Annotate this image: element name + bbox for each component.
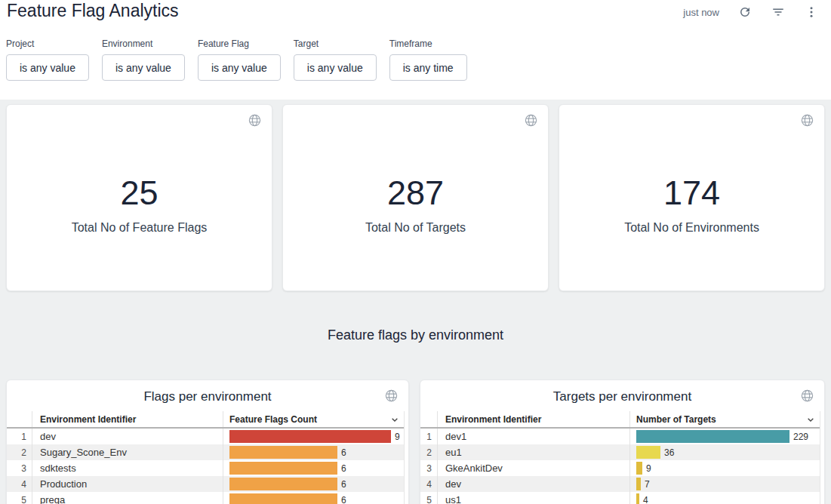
filter-environment: Environment is any value bbox=[102, 38, 185, 81]
column-header-measure-label: Number of Targets bbox=[636, 414, 716, 425]
filter-label: Timeframe bbox=[389, 38, 467, 49]
dashboard-area: 25 Total No of Feature Flags 287 Total N… bbox=[0, 100, 831, 504]
environment-identifier-cell: dev bbox=[437, 476, 629, 492]
flags-per-environment-card: Flags per environment Environment Identi… bbox=[6, 380, 409, 504]
bar-cell: 6 bbox=[223, 444, 404, 460]
value-bar bbox=[229, 446, 337, 459]
filter-target-button[interactable]: is any value bbox=[294, 54, 377, 81]
chevron-down-icon[interactable] bbox=[805, 413, 817, 426]
stat-card-environments: 174 Total No of Environments bbox=[559, 104, 825, 291]
table-body: 1dev12292eu1363GkeAnkitDev94dev75us14 bbox=[420, 429, 820, 504]
stat-value: 25 bbox=[120, 174, 158, 212]
column-header-measure: Feature Flags Count bbox=[223, 411, 404, 427]
table-row[interactable]: 1dev9 bbox=[7, 429, 404, 444]
environment-identifier-cell: Production bbox=[32, 476, 223, 492]
row-number: 2 bbox=[420, 444, 437, 460]
environment-identifier-cell: dev bbox=[32, 429, 223, 444]
filter-target: Target is any value bbox=[294, 38, 377, 81]
table-row[interactable]: 5prega6 bbox=[7, 492, 404, 504]
row-number: 2 bbox=[7, 444, 32, 460]
filter-feature-flag-button[interactable]: is any value bbox=[198, 54, 281, 81]
value-bar bbox=[229, 478, 337, 490]
value-bar bbox=[229, 462, 337, 475]
value-bar bbox=[636, 446, 660, 459]
page-title: Feature Flag Analytics bbox=[7, 1, 179, 21]
row-number-header bbox=[420, 411, 437, 427]
filter-project-button[interactable]: is any value bbox=[6, 54, 89, 81]
refresh-icon[interactable] bbox=[737, 5, 753, 20]
filter-label: Project bbox=[6, 38, 89, 49]
row-number: 3 bbox=[420, 460, 437, 476]
value-bar bbox=[229, 493, 337, 504]
table-row[interactable]: 4dev7 bbox=[420, 476, 820, 492]
table-row[interactable]: 3sdktests6 bbox=[7, 460, 404, 476]
bar-cell: 36 bbox=[629, 444, 820, 460]
table-card-row: Flags per environment Environment Identi… bbox=[6, 380, 825, 504]
row-number: 4 bbox=[7, 476, 32, 492]
globe-icon[interactable] bbox=[800, 389, 814, 403]
last-refresh-text: just now bbox=[683, 7, 719, 18]
bar-cell: 6 bbox=[223, 476, 404, 492]
table-row[interactable]: 5us14 bbox=[420, 492, 820, 504]
table-title: Targets per environment bbox=[420, 380, 824, 411]
stat-label: Total No of Environments bbox=[624, 221, 759, 235]
value-bar bbox=[229, 430, 391, 443]
environment-identifier-cell: Sugary_Scone_Env bbox=[32, 444, 223, 460]
table-header-row: Environment Identifier Number of Targets bbox=[420, 411, 820, 429]
stat-label: Total No of Feature Flags bbox=[72, 221, 208, 235]
chevron-down-icon[interactable] bbox=[389, 413, 401, 426]
environment-identifier-cell: us1 bbox=[437, 492, 629, 504]
table-row[interactable]: 4Production6 bbox=[7, 476, 404, 492]
globe-icon[interactable] bbox=[384, 389, 399, 403]
bar-cell: 229 bbox=[629, 429, 820, 444]
filter-label: Environment bbox=[102, 38, 185, 49]
row-number: 5 bbox=[420, 492, 437, 504]
environment-identifier-cell: dev1 bbox=[437, 429, 629, 444]
bar-value-label: 9 bbox=[646, 463, 651, 474]
stat-card-feature-flags: 25 Total No of Feature Flags bbox=[6, 104, 272, 291]
value-bar bbox=[636, 462, 642, 475]
bar-cell: 6 bbox=[223, 492, 404, 504]
environment-identifier-cell: prega bbox=[32, 492, 223, 504]
stat-value: 287 bbox=[387, 174, 444, 212]
column-header-measure-label: Feature Flags Count bbox=[229, 414, 317, 425]
table-row[interactable]: 1dev1229 bbox=[420, 429, 820, 444]
globe-icon[interactable] bbox=[524, 113, 538, 128]
filter-timeframe-button[interactable]: is any time bbox=[389, 54, 467, 81]
bar-cell: 9 bbox=[629, 460, 820, 476]
bar-value-label: 9 bbox=[395, 432, 400, 442]
globe-icon[interactable] bbox=[248, 113, 262, 128]
row-number: 3 bbox=[7, 460, 32, 476]
globe-icon[interactable] bbox=[800, 113, 814, 128]
filter-icon[interactable] bbox=[771, 5, 786, 20]
bar-value-label: 6 bbox=[341, 495, 346, 504]
environment-identifier-cell: sdktests bbox=[32, 460, 223, 476]
table-row[interactable]: 2eu136 bbox=[420, 444, 820, 460]
bar-value-label: 7 bbox=[645, 479, 650, 490]
bar-cell: 9 bbox=[223, 429, 404, 444]
bar-value-label: 36 bbox=[664, 447, 674, 458]
filter-project: Project is any value bbox=[6, 38, 89, 81]
filter-label: Target bbox=[294, 38, 377, 49]
bar-value-label: 6 bbox=[341, 463, 346, 474]
bar-value-label: 6 bbox=[341, 479, 346, 490]
stat-card-row: 25 Total No of Feature Flags 287 Total N… bbox=[6, 104, 825, 291]
table-row[interactable]: 2Sugary_Scone_Env6 bbox=[7, 444, 404, 460]
bar-value-label: 229 bbox=[793, 432, 808, 442]
kebab-menu-icon[interactable] bbox=[804, 5, 819, 20]
bar-cell: 7 bbox=[629, 476, 820, 492]
targets-per-environment-card: Targets per environment Environment Iden… bbox=[420, 380, 825, 504]
environment-identifier-cell: GkeAnkitDev bbox=[437, 460, 629, 476]
row-number: 4 bbox=[420, 476, 437, 492]
column-header-measure: Number of Targets bbox=[629, 411, 820, 427]
table-body: 1dev92Sugary_Scone_Env63sdktests64Produc… bbox=[7, 429, 404, 504]
value-bar bbox=[636, 493, 639, 504]
table-header-row: Environment Identifier Feature Flags Cou… bbox=[7, 411, 404, 429]
bar-value-label: 4 bbox=[643, 495, 648, 504]
filter-feature-flag: Feature Flag is any value bbox=[198, 38, 281, 81]
targets-table: Environment Identifier Number of Targets… bbox=[420, 411, 820, 504]
row-number: 1 bbox=[420, 429, 437, 444]
filter-environment-button[interactable]: is any value bbox=[102, 54, 185, 81]
stat-label: Total No of Targets bbox=[365, 221, 466, 235]
table-row[interactable]: 3GkeAnkitDev9 bbox=[420, 460, 820, 476]
